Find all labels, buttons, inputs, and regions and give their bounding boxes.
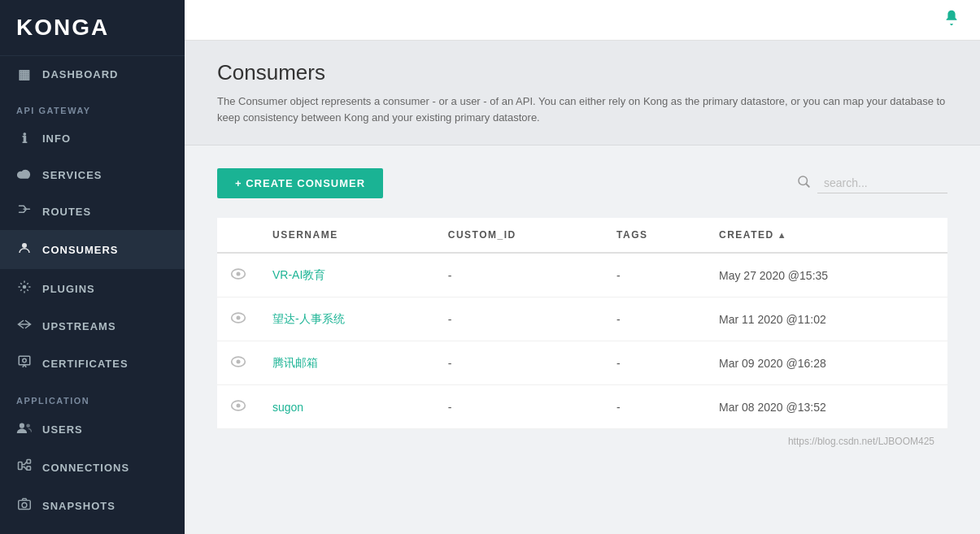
svg-point-13 (237, 272, 241, 276)
svg-point-5 (26, 423, 30, 428)
sidebar-item-services[interactable]: SERVICES (0, 157, 185, 193)
main-content: Consumers The Consumer object represents… (185, 0, 980, 534)
sidebar-item-dashboard[interactable]: ▦ DASHBOARD (0, 56, 185, 93)
svg-point-15 (237, 316, 241, 320)
cloud-icon (16, 167, 33, 182)
col-username: USERNAME (259, 218, 435, 253)
content-area: + CREATE CONSUMER USERNAME (185, 145, 980, 534)
sidebar-item-label: DASHBOARD (42, 68, 119, 80)
svg-rect-6 (19, 462, 23, 470)
section-label-application: APPLICATION (0, 383, 185, 410)
search-icon (796, 174, 811, 193)
custom-id-cell: - (435, 297, 603, 341)
created-cell: Mar 09 2020 @16:28 (706, 341, 947, 385)
search-input[interactable] (817, 173, 947, 193)
username-cell[interactable]: sugon (259, 385, 435, 429)
sidebar-item-label: UPSTREAMS (42, 320, 116, 332)
info-icon: ℹ (16, 131, 33, 146)
sidebar-item-label: CONSUMERS (42, 244, 119, 256)
search-area (796, 173, 947, 193)
consumer-icon (16, 241, 33, 258)
sidebar-item-label: SNAPSHOTS (42, 500, 115, 512)
sidebar-item-label: CERTIFICATES (42, 358, 128, 370)
logo: KONGA (0, 0, 185, 56)
username-cell[interactable]: VR-AI教育 (259, 253, 435, 297)
svg-rect-8 (27, 467, 31, 471)
svg-point-17 (237, 360, 241, 364)
users-icon (16, 421, 33, 437)
sidebar-item-connections[interactable]: CONNECTIONS (0, 448, 185, 487)
custom-id-cell: - (435, 385, 603, 429)
upstreams-icon (16, 319, 33, 333)
notification-icon[interactable] (943, 9, 960, 31)
svg-point-4 (20, 423, 24, 428)
connections-icon (16, 458, 33, 476)
view-icon[interactable] (230, 267, 246, 283)
svg-point-0 (22, 243, 27, 248)
page-description: The Consumer object represents a consume… (217, 93, 947, 125)
view-cell[interactable] (217, 385, 259, 429)
col-view (217, 218, 259, 253)
certificates-icon (16, 354, 33, 372)
table-row: sugon - - Mar 08 2020 @13:52 (217, 385, 947, 429)
tags-cell: - (603, 297, 706, 341)
svg-point-19 (237, 404, 241, 408)
sidebar-item-label: CONNECTIONS (42, 462, 129, 474)
sidebar-item-consumers[interactable]: CONSUMERS (0, 230, 185, 269)
page-header: Consumers The Consumer object represents… (185, 41, 980, 145)
consumer-name-link[interactable]: VR-AI教育 (272, 268, 325, 281)
table-header-row: USERNAME CUSTOM_ID TAGS CREATED ▲ (217, 218, 947, 253)
watermark: https://blog.csdn.net/LJBOOM425 (217, 429, 947, 454)
col-created[interactable]: CREATED ▲ (706, 218, 947, 253)
table-row: 腾讯邮箱 - - Mar 09 2020 @16:28 (217, 341, 947, 385)
consumer-name-link[interactable]: 望达-人事系统 (272, 312, 345, 325)
consumer-name-link[interactable]: 腾讯邮箱 (272, 356, 318, 369)
tags-cell: - (603, 341, 706, 385)
col-tags: TAGS (603, 218, 706, 253)
consumer-name-link[interactable]: sugon (272, 401, 303, 414)
sidebar-item-routes[interactable]: ROUTES (0, 193, 185, 230)
section-label-api-gateway: API GATEWAY (0, 93, 185, 120)
sidebar-item-label: ROUTES (42, 206, 91, 218)
sidebar-item-certificates[interactable]: CERTIFICATES (0, 344, 185, 383)
consumer-table: USERNAME CUSTOM_ID TAGS CREATED ▲ (217, 218, 947, 429)
sidebar-item-info[interactable]: ℹ INFO (0, 120, 185, 157)
sidebar-item-users[interactable]: USERS (0, 410, 185, 448)
view-cell[interactable] (217, 253, 259, 297)
custom-id-cell: - (435, 341, 603, 385)
sidebar-item-snapshots[interactable]: SNAPSHOTS (0, 487, 185, 524)
sort-arrow-icon: ▲ (777, 230, 787, 240)
created-cell: Mar 11 2020 @11:02 (706, 297, 947, 341)
view-cell[interactable] (217, 297, 259, 341)
page-title: Consumers (217, 60, 947, 85)
consumer-table-body: VR-AI教育 - - May 27 2020 @15:35 望达-人事系统 -… (217, 253, 947, 429)
topbar (185, 0, 980, 41)
create-consumer-button[interactable]: + CREATE CONSUMER (217, 168, 383, 198)
svg-point-10 (22, 503, 27, 508)
svg-point-3 (23, 358, 27, 363)
username-cell[interactable]: 腾讯邮箱 (259, 341, 435, 385)
svg-rect-7 (27, 460, 31, 464)
sidebar-item-label: USERS (42, 423, 83, 436)
snapshots-icon (16, 497, 33, 514)
view-icon[interactable] (230, 310, 246, 327)
col-custom-id: CUSTOM_ID (435, 218, 603, 253)
toolbar: + CREATE CONSUMER (217, 168, 947, 198)
custom-id-cell: - (435, 253, 603, 297)
sidebar-item-plugins[interactable]: PLUGINS (0, 269, 185, 308)
routes-icon (16, 203, 33, 219)
sidebar-item-label: PLUGINS (42, 283, 95, 295)
sidebar-item-label: INFO (42, 132, 71, 145)
username-cell[interactable]: 望达-人事系统 (259, 297, 435, 341)
plugins-icon (16, 280, 33, 297)
table-row: VR-AI教育 - - May 27 2020 @15:35 (217, 253, 947, 297)
created-cell: Mar 08 2020 @13:52 (706, 385, 947, 429)
sidebar: KONGA ▦ DASHBOARD API GATEWAY ℹ INFO SER… (0, 0, 185, 534)
view-icon[interactable] (230, 354, 246, 371)
tags-cell: - (603, 385, 706, 429)
created-cell: May 27 2020 @15:35 (706, 253, 947, 297)
svg-rect-2 (19, 356, 30, 365)
view-cell[interactable] (217, 341, 259, 385)
view-icon[interactable] (230, 398, 246, 415)
sidebar-item-upstreams[interactable]: UPSTREAMS (0, 308, 185, 344)
